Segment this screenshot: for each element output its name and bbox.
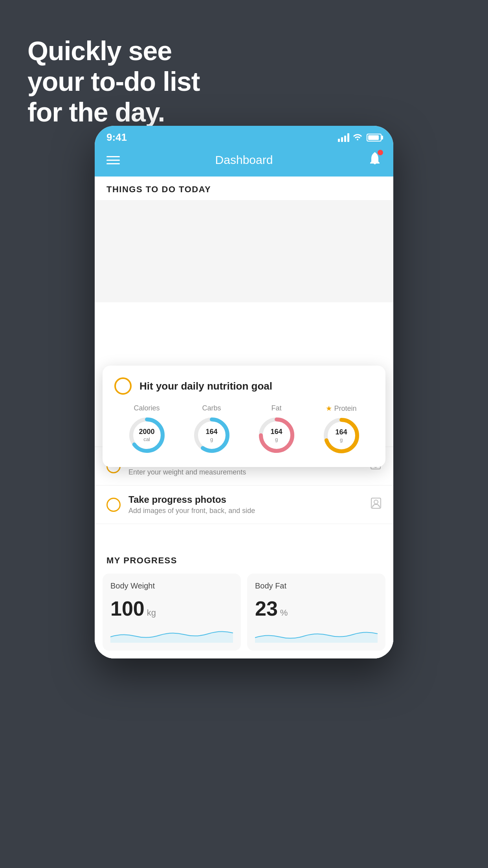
- wifi-icon: [352, 132, 363, 143]
- hamburger-line: [106, 160, 120, 161]
- progress-title: MY PROGRESS: [106, 555, 382, 566]
- status-time: 9:41: [106, 131, 127, 143]
- progress-value-weight: 100 kg: [110, 597, 233, 620]
- calories-donut: 2000 cal: [127, 416, 167, 455]
- fat-value-display: 164: [270, 428, 282, 436]
- card-header: Hit your daily nutrition goal: [114, 377, 374, 395]
- nav-title: Dashboard: [215, 153, 273, 167]
- carbs-label: Carbs: [202, 404, 221, 412]
- person-icon: [371, 497, 382, 512]
- todo-text-photos: Take progress photos Add images of your …: [128, 494, 363, 515]
- hero-line2: your to-do list: [28, 66, 200, 97]
- progress-value-fat: 23 %: [255, 597, 378, 620]
- weight-unit: kg: [147, 608, 156, 618]
- progress-card-title-weight: Body Weight: [110, 581, 233, 590]
- carbs-value: 164: [205, 428, 217, 436]
- todo-check-photos[interactable]: [106, 498, 121, 512]
- todo-title-photos: Take progress photos: [128, 494, 363, 505]
- weight-wave: [110, 625, 233, 643]
- progress-cards: Body Weight 100 kg Bod: [95, 574, 393, 658]
- progress-card-weight[interactable]: Body Weight 100 kg: [103, 574, 241, 651]
- todo-subtitle-body-stats: Enter your weight and measurements: [128, 468, 362, 476]
- todo-subtitle-photos: Add images of your front, back, and side: [128, 507, 363, 515]
- star-icon: ★: [326, 404, 332, 413]
- nutrition-grid: Calories 2000 cal Carbs: [114, 404, 374, 455]
- nutrition-check-circle[interactable]: [114, 377, 132, 395]
- fat-wave: [255, 625, 378, 643]
- nutrition-card-title: Hit your daily nutrition goal: [139, 380, 272, 392]
- todo-list: Running Track your stats (target: 5km) T…: [95, 302, 393, 658]
- protein-label-row: ★ Protein: [326, 404, 356, 413]
- hero-line1: Quickly see: [28, 35, 200, 66]
- status-icons: [338, 132, 382, 143]
- fat-label: Fat: [271, 404, 281, 412]
- hamburger-line: [106, 156, 120, 157]
- battery-icon: [367, 134, 382, 142]
- carbs-donut: 164 g: [192, 416, 231, 455]
- svg-point-3: [374, 500, 378, 504]
- carbs-value-center: 164 g: [205, 428, 217, 442]
- protein-donut: 164 g: [322, 416, 361, 455]
- calories-value-center: 2000 cal: [139, 428, 154, 442]
- calories-unit: cal: [139, 436, 154, 443]
- fat-value-center: 164 g: [270, 428, 282, 442]
- nav-bar: Dashboard: [95, 147, 393, 177]
- weight-value: 100: [110, 597, 145, 620]
- nutrition-item-carbs: Carbs 164 g: [192, 404, 231, 455]
- notification-bell-icon[interactable]: [368, 151, 382, 169]
- section-title-today: THINGS TO DO TODAY: [106, 184, 382, 195]
- spacer: [95, 524, 393, 544]
- carbs-unit: g: [205, 436, 217, 443]
- signal-icon: [338, 133, 349, 142]
- nutrition-item-fat: Fat 164 g: [257, 404, 296, 455]
- progress-card-title-fat: Body Fat: [255, 581, 378, 590]
- fat-unit-display: g: [270, 436, 282, 443]
- hamburger-line: [106, 163, 120, 164]
- hero-text: Quickly see your to-do list for the day.: [28, 35, 200, 128]
- progress-card-fat[interactable]: Body Fat 23 %: [247, 574, 385, 651]
- fat-value: 23: [255, 597, 278, 620]
- hamburger-menu[interactable]: [106, 156, 120, 164]
- calories-label: Calories: [134, 404, 160, 412]
- fat-unit: %: [280, 608, 288, 618]
- things-to-do-header: THINGS TO DO TODAY: [95, 177, 393, 200]
- nutrition-item-protein: ★ Protein 164 g: [322, 404, 361, 455]
- fat-donut: 164 g: [257, 416, 296, 455]
- protein-unit: g: [335, 437, 347, 443]
- nutrition-item-calories: Calories 2000 cal: [127, 404, 167, 455]
- calories-value: 2000: [139, 428, 154, 436]
- my-progress-section: MY PROGRESS Body Weight 100 kg: [95, 544, 393, 658]
- notification-dot: [378, 150, 383, 155]
- nutrition-card: Hit your daily nutrition goal Calories 2…: [103, 366, 385, 467]
- protein-label: Protein: [334, 405, 356, 413]
- protein-value-center: 164 g: [335, 428, 347, 443]
- progress-header: MY PROGRESS: [95, 544, 393, 574]
- protein-value: 164: [335, 428, 347, 437]
- todo-item-photos[interactable]: Take progress photos Add images of your …: [95, 485, 393, 524]
- hero-line3: for the day.: [28, 97, 200, 127]
- status-bar: 9:41: [95, 126, 393, 147]
